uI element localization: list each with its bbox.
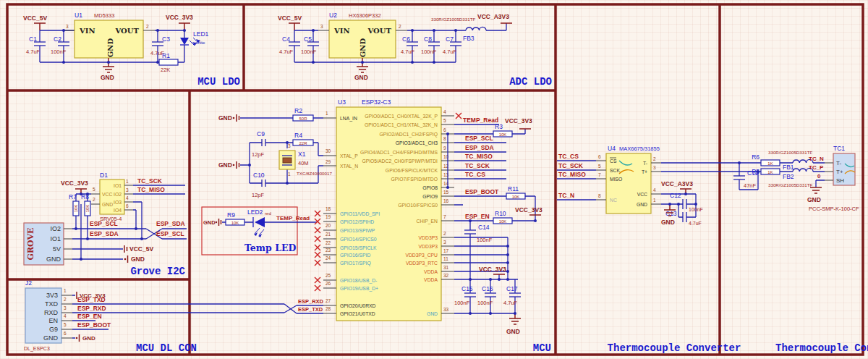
resistor-r5[interactable]: R5 1K <box>752 168 780 175</box>
tvs-array-d1[interactable]: D1 SRV05-4 VCC GND IO1 IO2 IO3 IO4 <box>100 172 124 222</box>
pin-number: 3 <box>64 305 67 311</box>
mcu-section: GND R2 50R GND C9 12pF C10 12pF <box>202 98 542 335</box>
pin-number: 6 <box>443 127 446 132</box>
part-value: 40M <box>298 160 309 166</box>
capacitor-c16[interactable]: C16 100nF <box>477 285 496 306</box>
part-value: 22R <box>299 141 307 145</box>
part-ref: LED2 <box>247 208 263 216</box>
title-grove-i2c: Grove I2C <box>130 266 185 277</box>
part-value: 47nF <box>744 182 757 189</box>
net-label-tc-n: TC_N <box>809 156 824 162</box>
part-value: 100nF <box>477 300 493 306</box>
pin-name: G9 <box>49 326 58 333</box>
ferrite-bead-fb3[interactable]: FB3 330R/GZ1005D331TF <box>431 17 486 42</box>
net-label-tc-miso: TC_MISO <box>558 171 586 178</box>
net-label-esp-scl: ESP_SCL <box>90 220 118 227</box>
part-ref: LED1 <box>193 30 209 38</box>
capacitor-c9[interactable]: C9 12pF <box>252 130 265 158</box>
pin-name: VCC <box>102 192 112 197</box>
connector-label: GROVE <box>26 228 35 261</box>
resistor-r2[interactable]: R2 50R <box>293 107 313 121</box>
capacitor-c17[interactable]: C17 4.7uF <box>503 285 521 306</box>
part-value: 10K <box>512 195 520 199</box>
part-value: 4.7uF <box>503 300 518 306</box>
pin-name: GPIO9 <box>422 194 438 199</box>
net-label-esp-en: ESP_EN <box>465 213 490 220</box>
resistor-r8[interactable]: R8 10K <box>81 193 90 216</box>
part-value: 100nF <box>421 48 437 55</box>
grove-connector[interactable]: GROVE IO2 IO1 5V GND <box>24 223 64 265</box>
part-value: 100nF <box>51 48 67 55</box>
pin-name: GPIO7/FSPID/MTDO <box>391 177 438 182</box>
net-label: GND <box>661 219 675 226</box>
capacitor-c11[interactable]: C11 47nF <box>733 163 758 190</box>
pin-number: 3 <box>443 240 446 245</box>
net-label: GND <box>101 74 114 81</box>
part-ref: R2 <box>294 107 302 114</box>
pin-name: CHIP_EN <box>417 219 438 224</box>
pin-name: 3V3 <box>46 292 58 299</box>
gnd-net-port: GND <box>124 255 145 263</box>
part-value: 10K <box>499 219 507 224</box>
net-label: GND <box>218 161 232 169</box>
pin-number: 5 <box>598 164 601 169</box>
mcu-u3[interactable]: U3 ESP32-C3 LNA_IN XTAL_P XTAL_N GPIO11/… <box>336 98 441 321</box>
regulator-u1[interactable]: U1 MD5333 VIN VOUT GND <box>75 12 143 58</box>
part-value: 4.7uF <box>26 48 41 55</box>
vcca-power-symbol: VCC_A3V3 <box>477 13 512 23</box>
led1[interactable]: LED1 white <box>178 30 209 62</box>
part-ref: FB2 <box>783 173 794 180</box>
part-ref: U3 <box>338 98 346 106</box>
net-label-esp-sda: ESP_SDA <box>156 220 185 227</box>
pin-number: 7 <box>598 172 601 177</box>
pin-number: 24 <box>326 255 331 261</box>
pin-name: IO1 <box>114 183 122 188</box>
pin-name: IO2 <box>114 192 122 197</box>
net-label-esp-txd: ESP_TXD <box>77 296 106 303</box>
resistor-r4[interactable]: R4 22R <box>293 132 313 145</box>
pin-name: RXD <box>44 309 59 316</box>
pin-name: IO1 <box>50 235 61 242</box>
pin-name-gnd: GND <box>359 38 367 57</box>
pin-name: GPIO3/ADC1_CH3 <box>396 140 438 146</box>
pin-number: 2 <box>93 197 95 202</box>
part-value: 100nF <box>689 207 703 212</box>
part-note: red <box>265 211 272 216</box>
pin-name: GPIO0/ADC1_CH0/XTAL_32K_P <box>365 114 438 119</box>
resistor-r3[interactable]: R3 10K <box>493 123 512 137</box>
pin-number: 1 <box>288 172 291 177</box>
led2[interactable]: LED2 red <box>247 208 272 237</box>
pin-number: 2 <box>399 24 401 29</box>
net-label: VCC_3V3 <box>505 117 532 124</box>
part-number: MD5333 <box>94 12 114 19</box>
thermocouple-converter-section: TC_CS TC_SCK TC_MISO TC_N U4 MAX6675/318… <box>557 145 761 226</box>
resistor-r1[interactable]: R1 22K <box>159 52 178 73</box>
part-value: 1K <box>767 161 773 166</box>
pin-number: 1 <box>653 198 656 203</box>
capacitor-c14[interactable]: C14 100nF <box>464 224 493 243</box>
resistor-r9[interactable]: R9 10K <box>226 211 244 225</box>
part-number: ESP32-C3 <box>362 98 391 106</box>
connector-j2[interactable]: J2 DL_ESPC3 3V3 TXD RXD EN G9 GND <box>24 279 61 352</box>
resistor-r11[interactable]: R11 10K <box>506 185 525 199</box>
resistor-r7[interactable]: R7 10K <box>69 193 79 216</box>
pin-name: VDDA <box>424 269 438 274</box>
part-value: 10K <box>74 205 78 213</box>
capacitor-c15[interactable]: C15 100nF <box>454 285 476 306</box>
net-label-esp-rxd: ESP_RXD <box>77 305 106 312</box>
resistor-r6[interactable]: R6 1K <box>752 153 780 166</box>
pin-number: 1 <box>64 288 67 293</box>
net-label-tc-p: TC_P <box>809 164 824 171</box>
pin-number: 11 <box>443 256 448 261</box>
converter-u4[interactable]: U4 MAX6675/31855 CS SCK MISO NC T- T+ VC… <box>606 145 660 214</box>
resistor-r10[interactable]: R10 10K <box>493 210 512 224</box>
capacitor-c10[interactable]: C10 12pF <box>252 172 265 198</box>
net-label-tc-miso: TC_MISO <box>465 153 493 160</box>
part-ref: R6 <box>752 153 760 161</box>
part-ref: U2 <box>329 12 337 19</box>
regulator-u2[interactable]: U2 HX6306P332 VIN VOUT GND <box>329 12 396 58</box>
pin-name-gnd: GND <box>106 38 114 57</box>
net-label: VCC_5V <box>129 245 153 253</box>
pin-number: 2 <box>443 231 446 236</box>
title-mcu: MCU <box>533 342 551 354</box>
